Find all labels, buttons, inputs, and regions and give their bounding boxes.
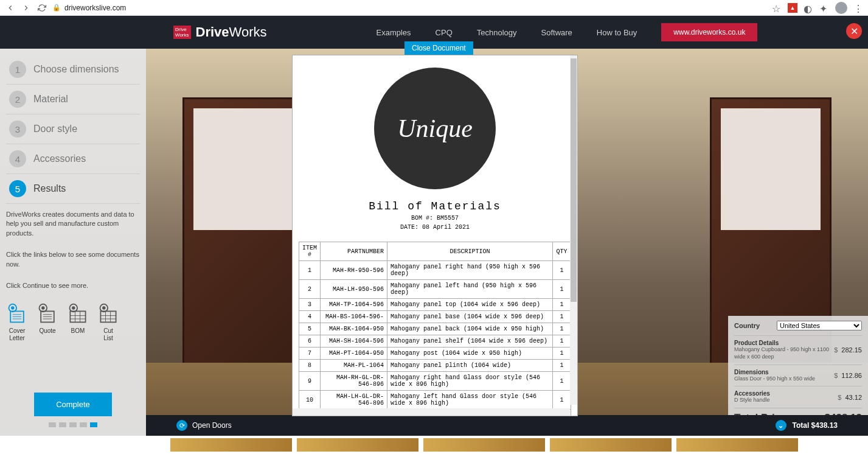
modal-horizontal-scrollbar[interactable] bbox=[293, 408, 570, 416]
step-number: 5 bbox=[9, 180, 26, 197]
footer-total[interactable]: ⌄ Total $438.13 bbox=[776, 420, 838, 431]
menu-icon[interactable]: ⋮ bbox=[853, 3, 863, 13]
brand-logo: Unique bbox=[374, 68, 496, 189]
thumbnail-strip bbox=[0, 436, 868, 454]
col-item: ITEM # bbox=[299, 242, 321, 261]
nav-link-how-to-buy[interactable]: How to Buy bbox=[597, 28, 637, 37]
svg-point-13 bbox=[72, 307, 75, 310]
nav-link-cpq[interactable]: CPQ bbox=[436, 28, 453, 37]
document-viewer[interactable]: Unique Bill of Materials BOM #: BM5557 D… bbox=[292, 55, 578, 416]
dot[interactable] bbox=[59, 422, 66, 427]
sidebar-help-text-1: DriveWorks creates documents and data to… bbox=[6, 210, 140, 238]
doc-link-cover-letter[interactable]: CoverLetter bbox=[6, 302, 28, 342]
wizard-step-4[interactable]: 4Accessories bbox=[6, 144, 140, 174]
doc-label: CoverLetter bbox=[9, 327, 26, 342]
price-section-0: Product DetailsMahogany Cupboard - 950 h… bbox=[734, 335, 862, 364]
dot[interactable] bbox=[69, 422, 77, 427]
wizard-step-1[interactable]: 1Choose dimensions bbox=[6, 55, 140, 85]
quote-icon bbox=[36, 302, 58, 324]
extension-icon[interactable]: ◐ bbox=[804, 3, 813, 13]
address-bar[interactable]: 🔒 driveworkslive.com bbox=[52, 4, 767, 12]
forward-button[interactable] bbox=[21, 2, 32, 13]
step-number: 4 bbox=[9, 150, 26, 167]
wizard-step-2[interactable]: 2Material bbox=[6, 85, 140, 114]
footer-bar: ⟳ Open Doors ⌄ Total $438.13 bbox=[146, 415, 868, 436]
open-doors-icon: ⟳ bbox=[176, 420, 187, 431]
table-row: 7MAH-PT-1064-950Mahogany post (1064 wide… bbox=[299, 347, 571, 360]
step-indicator bbox=[6, 422, 140, 427]
sidebar-help-text-3: Click Continue to see more. bbox=[6, 281, 140, 290]
complete-button[interactable]: Complete bbox=[34, 393, 112, 416]
back-button[interactable] bbox=[5, 2, 16, 13]
table-row: 2MAH-LH-950-596Mahogany panel left hand … bbox=[299, 280, 571, 299]
doc-link-quote[interactable]: Quote bbox=[36, 302, 58, 342]
wizard-step-5[interactable]: 5Results bbox=[6, 174, 140, 204]
table-row: 10MAH-LH-GL-DR-546-896Mahogany left hand… bbox=[299, 391, 571, 410]
doc-link-cut-list[interactable]: CutList bbox=[97, 302, 119, 342]
wizard-step-3[interactable]: 3Door style bbox=[6, 114, 140, 144]
step-label: Accessories bbox=[33, 153, 86, 164]
svg-point-7 bbox=[41, 307, 44, 310]
wizard-sidebar: 1Choose dimensions2Material3Door style4A… bbox=[0, 49, 146, 436]
table-row: 8MAH-PL-1064Mahogany panel plinth (1064 … bbox=[299, 360, 571, 372]
col-desc: DESCRIPTION bbox=[387, 242, 553, 261]
svg-point-20 bbox=[102, 307, 105, 310]
svg-rect-21 bbox=[100, 312, 116, 323]
dot[interactable] bbox=[49, 422, 56, 427]
table-row: 9MAH-RH-GL-DR-546-896Mahogany right hand… bbox=[299, 372, 571, 391]
thumbnail[interactable] bbox=[170, 438, 292, 452]
price-section-1: DimensionsGlass Door - 950 high x 550 wi… bbox=[734, 365, 862, 386]
step-number: 2 bbox=[9, 91, 26, 108]
table-row: 6MAH-SH-1064-596Mahogany panel shelf (10… bbox=[299, 335, 571, 347]
nav-link-technology[interactable]: Technology bbox=[477, 28, 517, 37]
svg-rect-14 bbox=[70, 312, 85, 323]
chevron-down-icon: ⌄ bbox=[776, 420, 786, 431]
thumbnail[interactable] bbox=[550, 438, 672, 452]
cut-list-icon bbox=[97, 302, 119, 324]
close-document-button[interactable]: Close Document bbox=[404, 41, 473, 55]
profile-avatar[interactable] bbox=[835, 2, 847, 14]
document-title: Bill of Materials bbox=[299, 200, 571, 212]
nav-cta-link[interactable]: www.driveworks.co.uk bbox=[661, 23, 757, 41]
step-label: Material bbox=[33, 94, 68, 105]
thumbnail[interactable] bbox=[423, 438, 545, 452]
doc-label: BOM bbox=[71, 327, 85, 335]
table-row: 4MAH-BS-1064-596-Mahogany panel base (10… bbox=[299, 311, 571, 323]
logo-badge: DriveWorks bbox=[173, 26, 191, 39]
extensions-menu-icon[interactable]: ✦ bbox=[819, 3, 829, 13]
logo[interactable]: DriveWorks DriveWorks bbox=[173, 24, 267, 40]
nav-link-software[interactable]: Software bbox=[541, 28, 572, 37]
bom-table: ITEM # PARTNUMBER DESCRIPTION QTY 1MAH-R… bbox=[299, 242, 571, 416]
col-qty: QTY bbox=[553, 242, 571, 261]
thumbnail[interactable] bbox=[297, 438, 418, 452]
logo-text: DriveWorks bbox=[196, 24, 267, 40]
nav-link-examples[interactable]: Examples bbox=[377, 28, 411, 37]
step-label: Choose dimensions bbox=[33, 64, 119, 75]
sidebar-help-text-2: Click the links below to see some docume… bbox=[6, 250, 140, 269]
document-modal: Close Document Unique Bill of Materials … bbox=[292, 41, 578, 416]
thumbnail[interactable] bbox=[676, 438, 798, 452]
dot-active[interactable] bbox=[90, 422, 97, 427]
doc-link-bom[interactable]: BOM bbox=[67, 302, 89, 342]
document-date: DATE: 08 April 2021 bbox=[299, 224, 571, 231]
open-doors-button[interactable]: ⟳ Open Doors bbox=[176, 420, 232, 431]
country-select[interactable]: United States bbox=[777, 321, 862, 330]
table-row: 5MAH-BK-1064-950Mahogany panel back (106… bbox=[299, 323, 571, 335]
table-row: 3MAH-TP-1064-596Mahogany panel top (1064… bbox=[299, 299, 571, 311]
doc-label: CutList bbox=[103, 327, 113, 342]
pdf-extension-icon[interactable]: ▲ bbox=[788, 3, 797, 13]
close-overlay-button[interactable]: ✕ bbox=[846, 23, 862, 39]
col-part: PARTNUMBER bbox=[321, 242, 387, 261]
modal-vertical-scrollbar[interactable] bbox=[570, 55, 577, 405]
cabinet-left bbox=[182, 97, 304, 365]
svg-point-1 bbox=[11, 307, 14, 310]
reload-button[interactable] bbox=[36, 2, 47, 13]
dot[interactable] bbox=[80, 422, 87, 427]
cover-letter-icon bbox=[6, 302, 28, 324]
price-section-2: AccessoriesD Style handle$43.12 bbox=[734, 386, 862, 408]
step-label: Results bbox=[33, 183, 66, 194]
step-number: 1 bbox=[9, 61, 26, 78]
bom-icon bbox=[67, 302, 89, 324]
star-icon[interactable]: ☆ bbox=[772, 3, 782, 13]
step-number: 3 bbox=[9, 120, 26, 138]
